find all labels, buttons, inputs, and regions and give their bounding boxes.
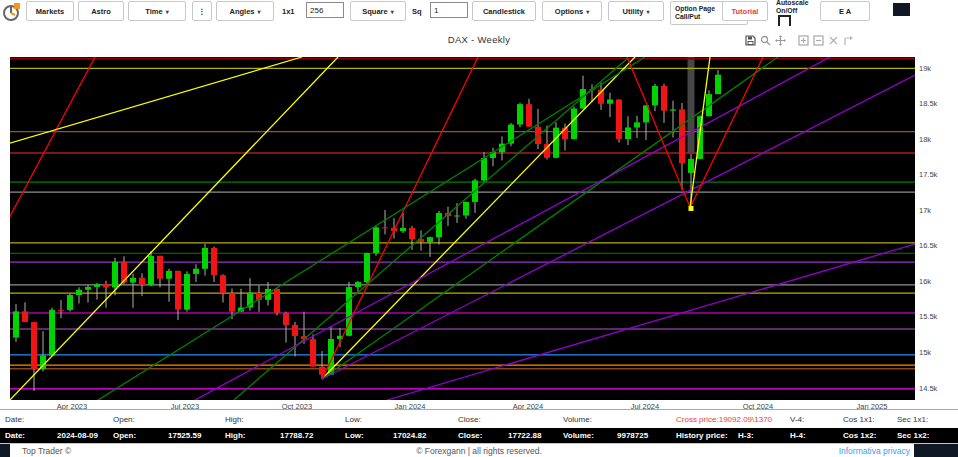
svg-text:Jan 2025: Jan 2025 [857, 402, 888, 410]
ratio-label: 1x1 [282, 1, 295, 21]
chart-toolbar [744, 34, 854, 46]
low-value: 17024.82 [393, 431, 426, 440]
open-label: Open: [113, 415, 135, 424]
square-dropdown[interactable]: Square▾ [350, 1, 406, 21]
corner-block [914, 444, 958, 457]
svg-text:17.5k: 17.5k [919, 170, 938, 179]
cos1x2-label: Cos 1x2: [843, 431, 876, 440]
sec1x1-label: Sec 1x1: [897, 415, 928, 424]
open-value: 17525.59 [168, 431, 201, 440]
sec1x2-label: Sec 1x2: [897, 431, 929, 440]
cross-price-value: Cross price:19092.09\1370 [676, 415, 772, 424]
candlestick-button[interactable]: Candlestick [472, 1, 536, 21]
angles-dropdown[interactable]: Angles▾ [216, 1, 274, 21]
h4-label: H-4: [790, 431, 806, 440]
chevron-down-icon: ▾ [258, 8, 261, 15]
markets-button[interactable]: Markets [26, 1, 74, 21]
v4-label: V-4: [790, 415, 804, 424]
svg-text:Oct 2023: Oct 2023 [282, 402, 312, 410]
chevron-down-icon: ▾ [391, 8, 394, 15]
high-label: High: [225, 431, 245, 440]
low-label: Low: [345, 431, 364, 440]
corner-block [893, 3, 910, 16]
main-toolbar: Markets Astro Time▾ ⋮ Angles▾ 1x1 Square… [0, 0, 958, 26]
open-label: Open: [113, 431, 136, 440]
cos1x1-label: Cos 1x1: [843, 415, 875, 424]
svg-text:15k: 15k [919, 348, 931, 357]
chart-area: 19k18.5k18k17.5k17k16.5k16k15.5k15k14.5k… [0, 55, 958, 409]
volume-label: Volume: [563, 415, 592, 424]
svg-text:18.5k: 18.5k [919, 99, 938, 108]
volume-value: 9978725 [617, 431, 648, 440]
svg-text:16k: 16k [919, 277, 931, 286]
close-value: 17722.88 [508, 431, 541, 440]
date-label: Date: [5, 415, 24, 424]
svg-text:15.5k: 15.5k [919, 312, 938, 321]
footer-copyright: © Forexgann | all rights reserved. [0, 446, 958, 456]
close-label: Close: [458, 431, 482, 440]
redo-icon[interactable] [842, 34, 854, 46]
svg-text:18k: 18k [919, 135, 931, 144]
h3-label: H-3: [738, 431, 754, 440]
save-icon[interactable] [744, 34, 756, 46]
astro-button[interactable]: Astro [78, 1, 124, 21]
autoscale-control: Autoscale On/Off [772, 1, 816, 25]
date-label: Date: [5, 431, 25, 440]
more-options-button[interactable]: ⋮ [192, 1, 212, 21]
date-value: 2024-08-09 [57, 431, 98, 440]
privacy-link[interactable]: Informativa privacy [839, 446, 910, 456]
app-logo-icon [2, 2, 22, 26]
chart-title-bar: DAX - Weekly [0, 26, 958, 55]
high-value: 17788.72 [280, 431, 313, 440]
chevron-down-icon: ▾ [586, 8, 589, 15]
price-chart[interactable]: 19k18.5k18k17.5k17k16.5k16k15.5k15k14.5k… [0, 55, 958, 409]
svg-text:19k: 19k [919, 64, 931, 73]
zoom-in-icon[interactable] [797, 34, 809, 46]
svg-text:Oct 2024: Oct 2024 [743, 402, 773, 410]
info-row-labels: Date: Open: High: Low: Close: Volume: Cr… [0, 409, 958, 428]
options-dropdown[interactable]: Options▾ [542, 1, 602, 21]
interval-input[interactable] [306, 2, 344, 18]
svg-text:Apr 2024: Apr 2024 [513, 402, 543, 410]
sq-label: Sq [412, 1, 422, 21]
svg-text:14.5k: 14.5k [919, 384, 938, 393]
svg-text:Apr 2023: Apr 2023 [57, 402, 87, 410]
svg-text:16.5k: 16.5k [919, 241, 938, 250]
time-dropdown[interactable]: Time▾ [128, 1, 186, 21]
zoom-out-icon[interactable] [812, 34, 824, 46]
ea-button[interactable]: E A [820, 1, 870, 21]
zoom-icon[interactable] [759, 34, 771, 46]
info-row-values: Date: 2024-08-09 Open: 17525.59 High: 17… [0, 428, 958, 443]
svg-text:Jul 2024: Jul 2024 [631, 402, 659, 410]
svg-text:Jan 2024: Jan 2024 [395, 402, 426, 410]
low-label: Low: [345, 415, 362, 424]
pan-icon[interactable] [774, 34, 786, 46]
chevron-down-icon: ▾ [166, 8, 169, 15]
svg-text:17k: 17k [919, 206, 931, 215]
tutorial-button[interactable]: Tutorial [722, 1, 768, 21]
close-label: Close: [458, 415, 481, 424]
high-label: High: [225, 415, 244, 424]
svg-text:Jul 2023: Jul 2023 [171, 402, 199, 410]
volume-label: Volume: [563, 431, 594, 440]
sq-input[interactable] [430, 2, 468, 18]
footer: Top Trader © © Forexgann | all rights re… [0, 443, 958, 457]
chevron-down-icon: ▾ [646, 8, 649, 15]
close-icon[interactable] [827, 34, 839, 46]
utility-dropdown[interactable]: Utility▾ [608, 1, 664, 21]
history-price-label: History price: [676, 431, 728, 440]
trading-app-window: Markets Astro Time▾ ⋮ Angles▾ 1x1 Square… [0, 0, 958, 457]
